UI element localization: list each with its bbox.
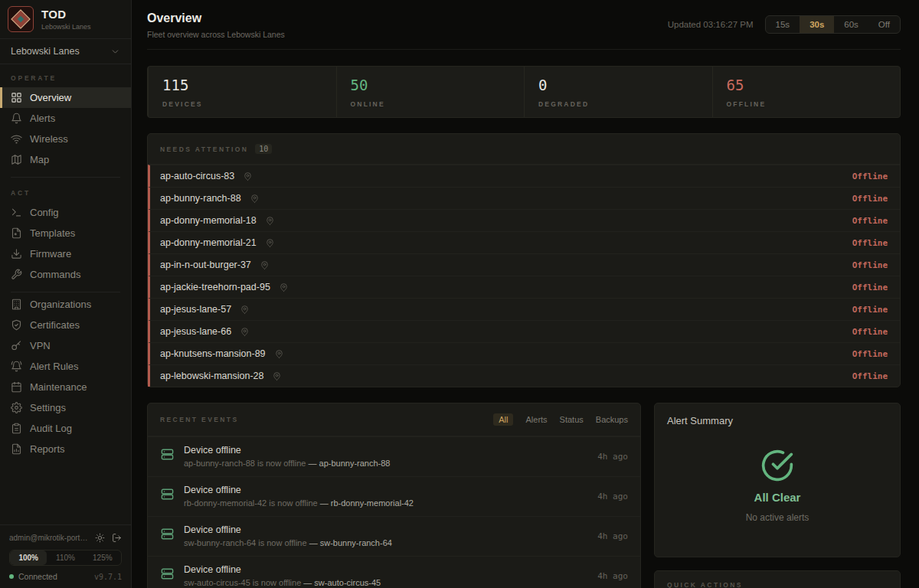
alert-summary-card: Alert Summary All Clear No active alerts — [654, 403, 901, 557]
section-label-act: ACT — [0, 179, 131, 202]
bell-ring-icon — [11, 361, 22, 372]
event-filter[interactable]: Backups — [596, 415, 628, 424]
stats-bar: 115 DEVICES 50 ONLINE 0 DEGRADED 65 OFFL… — [147, 66, 901, 118]
sidebar-item-label: Wireless — [30, 133, 68, 145]
nav-operate: Overview Alerts Wireless Map — [0, 87, 131, 170]
event-device: — sw-bunny-ranch-64 — [309, 538, 392, 547]
sidebar-item-alerts[interactable]: Alerts — [0, 108, 131, 129]
attention-row[interactable]: ap-donny-memorial-18 Offline — [148, 209, 900, 231]
bell-icon — [11, 113, 22, 124]
event-title: Device offline — [184, 445, 390, 456]
attention-row[interactable]: ap-jackie-treehorn-pad-95 Offline — [148, 276, 900, 298]
refresh-interval-option[interactable]: Off — [868, 16, 900, 33]
sidebar-item-map[interactable]: Map — [0, 149, 131, 170]
sidebar-item-firmware[interactable]: Firmware — [0, 243, 131, 264]
sidebar-item-reports[interactable]: Reports — [0, 439, 131, 459]
ui-zoom-option[interactable]: 125% — [84, 550, 121, 565]
attention-row[interactable]: ap-jesus-lane-66 Offline — [148, 320, 900, 342]
attention-row[interactable]: ap-auto-circus-83 Offline — [148, 165, 900, 187]
sidebar-item-config[interactable]: Config — [0, 202, 131, 223]
event-title: Device offline — [184, 564, 381, 575]
attention-row[interactable]: ap-donny-memorial-21 Offline — [148, 231, 900, 253]
logout-icon[interactable] — [112, 533, 122, 543]
stat-value: 0 — [538, 77, 698, 93]
device-status: Offline — [852, 172, 888, 181]
sidebar-item-alert-rules[interactable]: Alert Rules — [0, 356, 131, 377]
page-title: Overview — [147, 11, 285, 25]
sidebar-item-overview[interactable]: Overview — [0, 87, 131, 108]
sidebar-item-label: Audit Log — [30, 423, 72, 434]
stat-cell: 0 DEGRADED — [524, 67, 712, 117]
ui-zoom-option[interactable]: 110% — [47, 550, 83, 565]
user-email: admin@mikrotik-portal.dev — [9, 534, 88, 542]
app-subtitle: Lebowski Lanes — [41, 23, 91, 31]
event-detail: ap-bunny-ranch-88 is now offline — ap-bu… — [184, 459, 390, 468]
org-selector[interactable]: Lebowski Lanes — [0, 38, 131, 64]
refresh-interval-option[interactable]: 15s — [766, 16, 800, 33]
sidebar-item-audit-log[interactable]: Audit Log — [0, 418, 131, 439]
event-title: Device offline — [184, 524, 392, 535]
event-row[interactable]: Device offline sw-auto-circus-45 is now … — [148, 556, 640, 588]
location-pin-icon — [265, 238, 275, 248]
alert-summary-title: Alert Summary — [667, 415, 888, 426]
main-content: Overview Fleet overview across Lebowski … — [132, 0, 919, 588]
attention-row[interactable]: ap-knutsens-mansion-89 Offline — [148, 342, 900, 364]
refresh-interval-control: 15s30s60sOff — [765, 15, 901, 34]
device-status: Offline — [852, 327, 888, 337]
chevron-down-icon — [110, 47, 120, 57]
sidebar-item-maintenance[interactable]: Maintenance — [0, 377, 131, 397]
recent-events-card: RECENT EVENTS AllAlertsStatusBackups Dev… — [147, 403, 641, 588]
stat-label: ONLINE — [351, 100, 511, 108]
connection-status: Connected — [18, 572, 57, 581]
sidebar-item-wireless[interactable]: Wireless — [0, 129, 131, 149]
event-filter[interactable]: All — [493, 413, 513, 426]
sun-icon[interactable] — [95, 533, 105, 543]
terminal-icon — [11, 207, 22, 218]
sidebar-item-label: VPN — [30, 340, 51, 351]
device-status: Offline — [852, 283, 888, 292]
sidebar-item-label: Commands — [30, 269, 80, 280]
location-pin-icon — [274, 349, 284, 359]
attention-row[interactable]: ap-jesus-lane-57 Offline — [148, 298, 900, 320]
location-pin-icon — [260, 260, 270, 270]
event-row[interactable]: Device offline sw-bunny-ranch-64 is now … — [148, 516, 640, 556]
event-filter[interactable]: Status — [560, 415, 584, 424]
page-header: Overview Fleet overview across Lebowski … — [147, 0, 901, 50]
sidebar-item-organizations[interactable]: Organizations — [0, 294, 131, 315]
sidebar-item-commands[interactable]: Commands — [0, 264, 131, 285]
stat-label: DEGRADED — [538, 100, 698, 108]
device-status: Offline — [852, 194, 888, 204]
stat-label: DEVICES — [162, 100, 322, 108]
attention-row[interactable]: ap-lebowski-mansion-28 Offline — [148, 364, 900, 387]
download-icon — [11, 248, 22, 260]
quick-actions-card: QUICK ACTIONS — [654, 570, 901, 588]
calendar-icon — [11, 381, 22, 393]
sidebar-item-label: Templates — [30, 227, 75, 239]
refresh-interval-option[interactable]: 60s — [834, 16, 868, 33]
event-time: 4h ago — [597, 531, 628, 541]
wifi-icon — [11, 133, 22, 145]
sidebar-footer: admin@mikrotik-portal.dev 100%110%125% C… — [0, 524, 131, 588]
ui-zoom-control: 100%110%125% — [9, 550, 122, 566]
sidebar-item-vpn[interactable]: VPN — [0, 335, 131, 356]
report-icon — [11, 443, 22, 455]
device-name: ap-jesus-lane-57 — [160, 304, 231, 315]
location-pin-icon — [265, 216, 275, 226]
event-filter[interactable]: Alerts — [525, 415, 547, 424]
page-subtitle: Fleet overview across Lebowski Lanes — [147, 30, 285, 39]
sidebar-item-settings[interactable]: Settings — [0, 397, 131, 418]
event-row[interactable]: Device offline ap-bunny-ranch-88 is now … — [148, 436, 640, 476]
attention-row[interactable]: ap-bunny-ranch-88 Offline — [148, 187, 900, 209]
event-device: — rb-donny-memorial-42 — [320, 498, 414, 508]
ui-zoom-option[interactable]: 100% — [10, 550, 47, 565]
device-name: ap-in-n-out-burger-37 — [160, 260, 251, 270]
stat-cell: 115 DEVICES — [148, 67, 336, 117]
sidebar-item-templates[interactable]: Templates — [0, 223, 131, 243]
sidebar-item-label: Alerts — [30, 113, 55, 124]
refresh-interval-option[interactable]: 30s — [800, 16, 834, 33]
attention-row[interactable]: ap-in-n-out-burger-37 Offline — [148, 253, 900, 276]
event-row[interactable]: Device offline rb-donny-memorial-42 is n… — [148, 476, 640, 516]
server-icon — [160, 567, 175, 587]
sidebar-item-certificates[interactable]: Certificates — [0, 315, 131, 335]
device-status: Offline — [852, 216, 888, 226]
